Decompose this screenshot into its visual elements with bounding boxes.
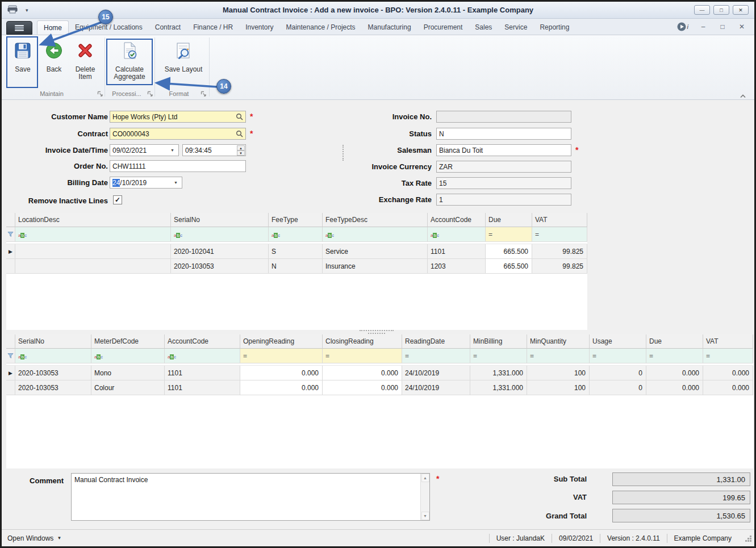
- tab-contract[interactable]: Contract: [149, 20, 187, 35]
- column-header[interactable]: AccountCode: [428, 213, 486, 227]
- media-help-icon[interactable]: i: [677, 22, 688, 31]
- filter-cell[interactable]: =: [486, 227, 532, 242]
- invoice-time-input[interactable]: 09:34:45 ▲ ▼: [182, 144, 246, 156]
- maximize-button[interactable]: □: [713, 5, 729, 15]
- resize-grip[interactable]: [745, 535, 752, 544]
- grid-cell[interactable]: 2020-103053: [15, 380, 91, 395]
- billing-date-input[interactable]: 24/10/2019 ▼: [110, 177, 182, 189]
- tab-reporting[interactable]: Reporting: [533, 20, 575, 35]
- grid-cell[interactable]: 665.500: [486, 244, 532, 259]
- spin-up-icon[interactable]: ▲: [237, 145, 245, 150]
- application-menu-button[interactable]: [6, 21, 32, 35]
- tab-finance-hr[interactable]: Finance / HR: [187, 20, 239, 35]
- filter-cell[interactable]: =: [240, 349, 323, 363]
- grid-cell[interactable]: [15, 259, 171, 274]
- customer-name-input[interactable]: Hope Works (Pty) Ltd: [110, 111, 246, 123]
- tax-rate-input[interactable]: 15: [436, 177, 571, 189]
- column-header[interactable]: MinQuantity: [527, 334, 590, 349]
- scroll-down-icon[interactable]: ▼: [421, 512, 429, 520]
- grid-splitter-handle[interactable]: [368, 333, 385, 334]
- ribbon-collapse-icon[interactable]: [740, 92, 746, 100]
- dialog-launcher-icon[interactable]: [201, 91, 207, 99]
- column-header[interactable]: Due: [486, 213, 532, 227]
- invoice-currency-input[interactable]: ZAR: [436, 161, 571, 173]
- grid-cell[interactable]: 1,331.000: [470, 380, 527, 395]
- tab-inventory[interactable]: Inventory: [239, 20, 279, 35]
- filter-cell[interactable]: abc: [269, 227, 323, 242]
- order-no-input[interactable]: CHW11111: [110, 160, 246, 172]
- column-header[interactable]: VAT: [703, 334, 753, 349]
- grid-cell[interactable]: 0.000: [703, 380, 753, 395]
- minimize-button[interactable]: —: [694, 5, 710, 15]
- filter-cell[interactable]: =: [323, 349, 402, 363]
- grid-cell[interactable]: 0.000: [323, 380, 402, 395]
- grid-cell[interactable]: S: [269, 244, 323, 259]
- form-splitter-handle[interactable]: [343, 145, 344, 161]
- grid-cell[interactable]: 0.000: [240, 366, 323, 380]
- ribbon-minimize-button[interactable]: –: [699, 23, 708, 31]
- column-header[interactable]: MinBilling: [470, 334, 527, 349]
- grid-cell[interactable]: Colour: [91, 380, 165, 395]
- grid-cell[interactable]: Service: [323, 244, 428, 259]
- column-header[interactable]: ReadingDate: [402, 334, 470, 349]
- filter-cell[interactable]: abc: [323, 227, 428, 242]
- ribbon-restore-button[interactable]: □: [718, 23, 727, 31]
- grid-cell[interactable]: N: [269, 259, 323, 274]
- grid-cell[interactable]: Insurance: [323, 259, 428, 274]
- grid-cell[interactable]: 0.000: [646, 380, 703, 395]
- invoice-date-input[interactable]: 09/02/2021 ▼: [110, 144, 179, 156]
- filter-cell[interactable]: =: [402, 349, 470, 363]
- time-spinner[interactable]: ▲ ▼: [237, 145, 245, 156]
- dropdown-icon[interactable]: ▼: [169, 148, 176, 152]
- back-button[interactable]: Back: [41, 37, 66, 73]
- grid-splitter-handle[interactable]: [360, 330, 394, 331]
- filter-cell[interactable]: abc: [15, 227, 171, 242]
- tab-home[interactable]: Home: [37, 20, 69, 35]
- column-header[interactable]: OpeningReading: [240, 334, 323, 349]
- grid-cell[interactable]: 1101: [165, 380, 240, 395]
- tab-procurement[interactable]: Procurement: [417, 20, 469, 35]
- tab-sales[interactable]: Sales: [469, 20, 498, 35]
- grid-cell[interactable]: 0.000: [646, 366, 703, 380]
- grid-cell[interactable]: Mono: [91, 366, 165, 380]
- column-header[interactable]: AccountCode: [165, 334, 240, 349]
- grid-cell[interactable]: 24/10/2019: [402, 366, 470, 380]
- grid-cell[interactable]: 2020-103053: [171, 259, 269, 274]
- column-header[interactable]: FeeType: [269, 213, 323, 227]
- ribbon-close-button[interactable]: ✕: [737, 23, 746, 31]
- filter-cell[interactable]: =: [590, 349, 646, 363]
- filter-cell[interactable]: =: [646, 349, 703, 363]
- filter-cell[interactable]: =: [532, 227, 587, 242]
- grid-cell[interactable]: 2020-103053: [15, 366, 91, 380]
- remove-inactive-lines-checkbox[interactable]: ✓: [113, 195, 122, 204]
- grid-cell[interactable]: 1101: [165, 366, 240, 380]
- contract-input[interactable]: CO0000043: [110, 128, 246, 140]
- grid-cell[interactable]: 0.000: [703, 366, 753, 380]
- spin-down-icon[interactable]: ▼: [237, 150, 245, 156]
- grid-cell[interactable]: 1,331.000: [470, 366, 527, 380]
- column-header[interactable]: VAT: [532, 213, 587, 227]
- search-icon[interactable]: [236, 113, 243, 120]
- filter-cell[interactable]: =: [703, 349, 753, 363]
- grid-cell[interactable]: 100: [527, 366, 590, 380]
- grid-cell[interactable]: 665.500: [486, 259, 532, 274]
- grid-cell[interactable]: [15, 244, 171, 259]
- grid-cell[interactable]: 2020-102041: [171, 244, 269, 259]
- close-button[interactable]: ✕: [733, 5, 749, 15]
- grid-cell[interactable]: 0: [590, 380, 646, 395]
- grid-cell[interactable]: 99.825: [532, 259, 587, 274]
- salesman-input[interactable]: Bianca Du Toit: [436, 144, 571, 156]
- column-header[interactable]: MeterDefCode: [91, 334, 165, 349]
- filter-cell[interactable]: abc: [428, 227, 486, 242]
- open-windows-button[interactable]: Open Windows ▼: [2, 534, 67, 542]
- tab-manufacturing[interactable]: Manufacturing: [362, 20, 417, 35]
- column-header[interactable]: SerialNo: [171, 213, 269, 227]
- grid-cell[interactable]: 100: [527, 380, 590, 395]
- dialog-launcher-icon[interactable]: [97, 91, 103, 99]
- filter-cell[interactable]: abc: [171, 227, 269, 242]
- invoice-no-input[interactable]: [436, 111, 571, 123]
- grid-cell[interactable]: 1101: [428, 244, 486, 259]
- grid-cell[interactable]: 99.825: [532, 244, 587, 259]
- comment-input[interactable]: Manual Contract Invoice ▲ ▼: [71, 473, 430, 521]
- grid-cell[interactable]: 1203: [428, 259, 486, 274]
